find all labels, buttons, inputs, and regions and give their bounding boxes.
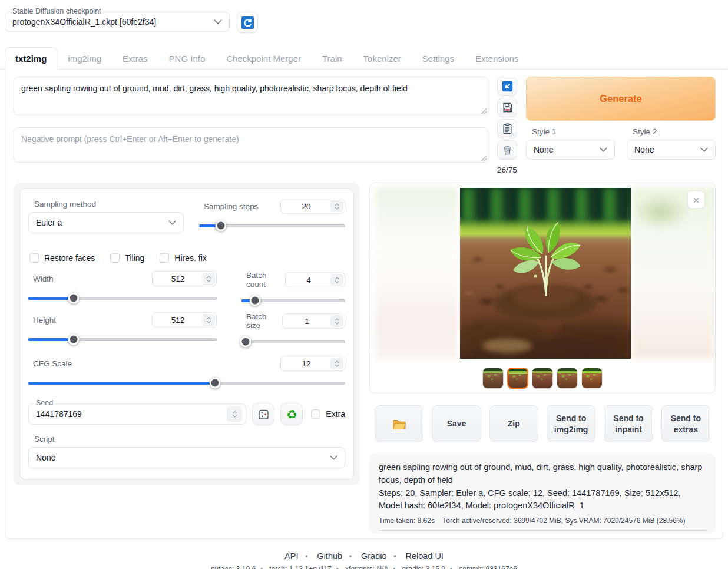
checkpoint-dropdown[interactable]: Stable Diffusion checkpoint protogenX34O…	[5, 12, 230, 32]
style2-label: Style 2	[633, 127, 716, 136]
prompt-input[interactable]: green sapling rowing out of ground, mud,…	[14, 77, 488, 115]
trash-bin-icon	[502, 144, 513, 156]
clipboard-icon	[502, 123, 513, 134]
chevron-down-icon	[700, 147, 708, 152]
checkbox-box	[311, 409, 320, 419]
height-slider[interactable]	[28, 333, 217, 345]
batch-size-slider[interactable]	[241, 336, 345, 348]
tab-extras[interactable]: Extras	[112, 47, 158, 70]
image-gallery: ×	[369, 183, 716, 393]
style1-value: None	[534, 145, 553, 154]
tab-checkpoint-merger[interactable]: Checkpoint Merger	[216, 47, 312, 70]
negative-prompt-wrap	[14, 127, 488, 163]
paste-generation-params-button[interactable]	[497, 77, 517, 96]
clear-prompt-button[interactable]	[497, 140, 517, 160]
style1-dropdown[interactable]: None	[526, 140, 615, 160]
width-label: Width	[33, 274, 54, 283]
batch-size-input[interactable]: 1	[282, 313, 345, 329]
gallery-thumbnail-1[interactable]	[482, 368, 504, 389]
gallery-ghost-left	[376, 188, 458, 359]
checkpoint-label: Stable Diffusion checkpoint	[10, 7, 104, 15]
sampling-method-value: Euler a	[36, 218, 62, 227]
extra-seed-checkbox[interactable]: Extra	[311, 409, 345, 419]
tab-extensions[interactable]: Extensions	[465, 47, 529, 70]
send-to-img2img-button[interactable]: Send to img2img	[547, 405, 595, 442]
stepper-arrows[interactable]	[330, 358, 343, 369]
sapling-illustration	[460, 188, 631, 359]
stepper-arrows[interactable]	[330, 200, 343, 212]
zip-button[interactable]: Zip	[489, 405, 538, 442]
vram-usage: Torch active/reserved: 3699/4702 MiB, Sy…	[442, 517, 685, 525]
sampling-method-dropdown[interactable]: Euler a	[28, 212, 184, 233]
txt2img-panel: green sapling rowing out of ground, mud,…	[5, 70, 723, 539]
gallery-thumbnail-5[interactable]	[581, 368, 603, 389]
generated-image[interactable]	[460, 188, 631, 359]
send-to-inpaint-button[interactable]: Send to inpaint	[604, 405, 653, 442]
cfg-scale-slider[interactable]	[28, 377, 345, 389]
floppy-disk-icon	[502, 102, 513, 113]
generate-button[interactable]: Generate	[526, 77, 716, 121]
footer-link-gradio[interactable]: Gradio	[361, 551, 387, 561]
tab-png-info[interactable]: PNG Info	[158, 47, 216, 70]
script-label: Script	[34, 435, 345, 444]
negative-prompt-input[interactable]	[14, 127, 488, 163]
footer-link-reload-ui[interactable]: Reload UI	[405, 551, 443, 561]
height-input[interactable]: 512	[152, 312, 217, 327]
gallery-ghost-right	[632, 188, 714, 359]
height-label: Height	[33, 316, 56, 325]
style2-dropdown[interactable]: None	[627, 140, 716, 160]
stepper-arrows[interactable]	[202, 273, 215, 284]
recycle-icon: ♻	[286, 408, 297, 421]
apply-styles-button[interactable]	[497, 119, 517, 138]
batch-count-input[interactable]: 4	[285, 272, 345, 287]
sampling-method-label: Sampling method	[34, 200, 184, 209]
restore-faces-checkbox[interactable]: Restore faces	[29, 253, 95, 263]
open-folder-icon	[392, 418, 406, 431]
tab-txt2img[interactable]: txt2img	[5, 47, 57, 70]
tab-tokenizer[interactable]: Tokenizer	[353, 47, 412, 70]
footer-link-api[interactable]: API	[284, 551, 298, 561]
tab-train[interactable]: Train	[312, 47, 353, 70]
stepper-arrows[interactable]	[202, 314, 215, 326]
refresh-checkpoints-button[interactable]	[237, 12, 258, 33]
checkbox-box	[160, 253, 169, 263]
tab-img2img[interactable]: img2img	[57, 47, 112, 70]
cfg-scale-input[interactable]: 12	[280, 356, 345, 371]
random-seed-button[interactable]	[252, 403, 274, 425]
gallery-actions: Save Zip Send to img2img Send to inpaint…	[369, 405, 716, 442]
gallery-thumbnail-4[interactable]	[557, 368, 578, 389]
checkbox-box	[29, 253, 39, 263]
save-style-button[interactable]	[497, 98, 517, 117]
save-button[interactable]: Save	[432, 405, 481, 442]
seed-input[interactable]: Seed 1441787169	[28, 403, 246, 425]
send-to-extras-button[interactable]: Send to extras	[661, 405, 710, 442]
footer: API• Github• Gradio• Reload UI python: 3…	[0, 551, 728, 569]
chevron-down-icon	[330, 455, 337, 460]
width-input[interactable]: 512	[152, 271, 217, 286]
batch-count-slider[interactable]	[241, 295, 345, 306]
script-dropdown[interactable]: None	[28, 447, 345, 468]
down-left-arrow-icon	[502, 81, 513, 92]
footer-link-github[interactable]: Github	[317, 551, 342, 561]
gallery-thumbnail-3[interactable]	[532, 368, 553, 389]
time-taken: Time taken: 8.62s	[379, 517, 435, 525]
checkpoint-value: protogenX34OfficialR_1.ckpt [60fe2f34]	[12, 17, 214, 27]
txt2img-page: Stable Diffusion checkpoint protogenX34O…	[0, 0, 728, 569]
token-counter: 26/75	[497, 166, 517, 174]
stepper-arrows[interactable]	[227, 406, 242, 422]
hires-fix-checkbox[interactable]: Hires. fix	[160, 253, 206, 263]
sampling-steps-slider[interactable]	[199, 220, 345, 231]
info-meta: Time taken: 8.62s Torch active/reserved:…	[379, 517, 706, 531]
tab-settings[interactable]: Settings	[412, 47, 465, 70]
main-tabs: txt2img img2img Extras PNG Info Checkpoi…	[0, 47, 728, 70]
sampling-steps-input[interactable]: 20	[280, 199, 345, 214]
stepper-arrows[interactable]	[330, 315, 343, 327]
open-folder-button[interactable]	[375, 405, 423, 442]
gallery-thumbnails	[482, 368, 603, 389]
close-gallery-button[interactable]: ×	[687, 191, 705, 209]
gallery-thumbnail-2-selected[interactable]	[507, 368, 528, 389]
width-slider[interactable]	[28, 292, 217, 304]
tiling-checkbox[interactable]: Tiling	[110, 253, 144, 263]
reuse-seed-button[interactable]: ♻	[280, 403, 303, 425]
stepper-arrows[interactable]	[330, 274, 343, 286]
